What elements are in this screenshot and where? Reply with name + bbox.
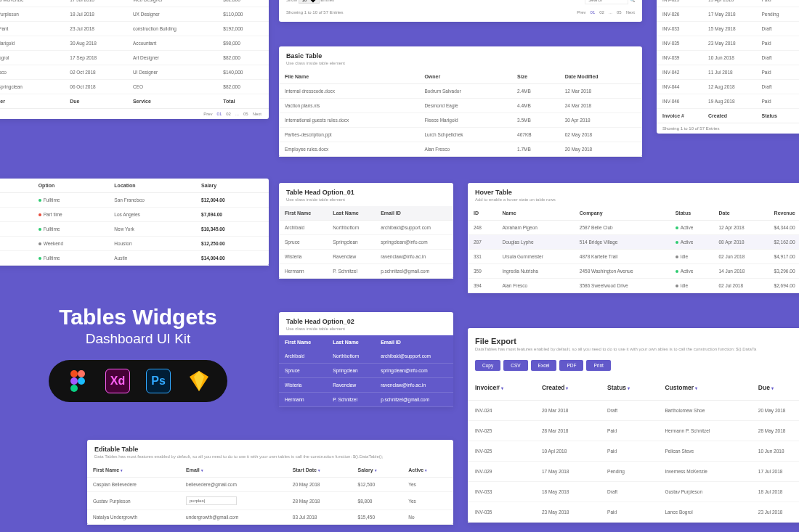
table-row[interactable]: Parties-description.pptLurch Schpellchek…: [279, 128, 642, 142]
page-link[interactable]: Next: [626, 10, 635, 15]
page-link[interactable]: 02: [226, 112, 231, 116]
page-link[interactable]: ...: [609, 10, 612, 15]
table-row[interactable]: 287Douglas Lyphe514 Bridge VillageActive…: [468, 235, 799, 250]
table-row[interactable]: INV-02519 Apr 2018Paid: [657, 0, 799, 7]
table-row[interactable]: INV-02510 Apl 2018PaidPelican Steve10 Ju…: [468, 441, 799, 462]
column-header[interactable]: Last Name: [327, 206, 375, 221]
table-row[interactable]: Internal dresscode.docxBodrum Salvador2.…: [279, 84, 642, 99]
column-header[interactable]: Size: [511, 70, 559, 84]
column-header[interactable]: First Name ▾: [87, 463, 180, 478]
column-header[interactable]: Invoice #: [657, 109, 702, 123]
column-header[interactable]: Active ▾: [402, 463, 453, 478]
table-row[interactable]: SpruceSpringcleanspringclean@info.com: [279, 235, 453, 250]
pdf-button[interactable]: PDF: [559, 360, 583, 371]
table-row[interactable]: Fleece Marigold30 Aug 2018Accountant$98,…: [0, 36, 269, 51]
column-header[interactable]: C: [795, 109, 799, 123]
page-link[interactable]: 05: [617, 10, 622, 15]
copy-button[interactable]: Copy: [475, 360, 500, 371]
table-row[interactable]: Spruce Springclean06 Oct 2018CEO$82,000: [0, 80, 269, 94]
column-header[interactable]: Service: [127, 94, 217, 109]
table-row[interactable]: ArchibaldNorthbottomarchibald@support.co…: [279, 349, 453, 364]
table-row[interactable]: INV-02528 Mar 2018PaidHermann P. Schnitz…: [468, 421, 799, 441]
table-row[interactable]: Employee rules.docxAlan Fresco1.7MB20 Ma…: [279, 142, 642, 157]
table-row[interactable]: International guests rules.docxFleece Ma…: [279, 113, 642, 128]
table-row[interactable]: Vaction plans.xlsDesmond Eagle4.4MB24 Ma…: [279, 99, 642, 113]
column-header[interactable]: Company: [0, 179, 33, 193]
table-row[interactable]: INV-03318 May 2018DraftGustav Purpleson1…: [468, 482, 799, 502]
page-link[interactable]: 01: [217, 112, 222, 116]
page-link[interactable]: Prev: [203, 112, 212, 116]
table-row[interactable]: INV-03523 May 2018PaidLance Bogrol23 Jul…: [468, 502, 799, 523]
column-header[interactable]: Date Modified: [559, 70, 642, 84]
table-row[interactable]: Lance Bogrol17 Sep 2018Art Designer$82,0…: [0, 51, 269, 65]
table-row[interactable]: Gustav Purplesonpurples|28 May 2018$8,80…: [87, 492, 453, 510]
table-row[interactable]: HermannP. Schnitzelp.schnitzel@gmail.com: [279, 264, 453, 279]
table-row[interactable]: INV-04412 Aug 2018Draft: [657, 80, 799, 94]
table-row[interactable]: RetailOpsFulltimeNew York$10,345.00: [0, 222, 269, 237]
column-header[interactable]: Revenue: [768, 206, 799, 221]
column-header[interactable]: Email ▾: [180, 463, 287, 478]
column-header[interactable]: Date: [713, 206, 768, 221]
table-row[interactable]: 394Alan Fresco3586 Sweetwood DriveIdle02…: [468, 279, 799, 293]
column-header[interactable]: Email ID: [375, 206, 453, 221]
table-row[interactable]: INV-04619 Aug 2018Paid: [657, 94, 799, 109]
page-link[interactable]: Prev: [577, 10, 585, 15]
column-header[interactable]: Due: [751, 375, 799, 401]
column-header[interactable]: File Name: [279, 70, 418, 84]
table-row[interactable]: ArchibaldNorthbottomarchibald@support.co…: [279, 221, 453, 235]
page-link[interactable]: 01: [591, 10, 596, 15]
table-row[interactable]: Caspian Bellevederebellevedere@gmail.com…: [87, 478, 453, 492]
table-row[interactable]: 331Ursula Gurnmeister4878 Kartelle Trail…: [468, 250, 799, 264]
table-row[interactable]: INV-02917 May 2018PendingInverness McKen…: [468, 462, 799, 482]
column-header[interactable]: Email ID: [375, 335, 453, 349]
table-row[interactable]: WisteriaRavenclawravenclaw@info.ac.in: [279, 378, 453, 393]
column-header[interactable]: Status: [600, 375, 657, 401]
table-row[interactable]: Eleanor Fant23 Jul 2018construction Buil…: [0, 22, 269, 36]
table-row[interactable]: ByteworksFulltimeAustin$14,004.00: [0, 251, 269, 266]
column-header[interactable]: Option: [33, 179, 109, 193]
table-row[interactable]: SpruceSpringcleanspringclean@info.com: [279, 364, 453, 378]
column-header[interactable]: Created: [535, 375, 600, 401]
table-row[interactable]: RhapsodyWeekendHouston$12,250.00: [0, 237, 269, 251]
page-link[interactable]: ...: [235, 112, 239, 116]
column-header[interactable]: Last Name: [327, 335, 375, 349]
table-row[interactable]: INV-03523 May 2018Paid: [657, 36, 799, 51]
search-icon[interactable]: 🔍: [630, 0, 635, 2]
column-header[interactable]: Status: [755, 109, 795, 123]
table-row[interactable]: HermannP. Schnitzelp.schnitzel@gmail.com: [279, 393, 453, 407]
column-header[interactable]: Company: [574, 206, 670, 221]
page-link[interactable]: 05: [243, 112, 248, 116]
pagination[interactable]: Prev0102...05Next: [577, 10, 635, 15]
column-header[interactable]: First Name: [279, 206, 327, 221]
column-header[interactable]: Salary: [195, 179, 269, 193]
excel-button[interactable]: Excel: [531, 360, 557, 371]
column-header[interactable]: Start Date ▾: [287, 463, 352, 478]
column-header[interactable]: First Name: [279, 335, 327, 349]
column-header[interactable]: ID: [468, 206, 496, 221]
table-row[interactable]: WisteriaRavenclawravenclaw@info.ac.in: [279, 250, 453, 264]
csv-button[interactable]: CSV: [503, 360, 527, 371]
page-link[interactable]: Next: [253, 112, 261, 116]
column-header[interactable]: Customer: [0, 94, 64, 109]
column-header[interactable]: Owner: [418, 70, 511, 84]
column-header[interactable]: Invoice#: [468, 375, 535, 401]
search-input[interactable]: [585, 0, 628, 4]
column-header[interactable]: Name: [496, 206, 573, 221]
email-input[interactable]: purples|: [186, 496, 237, 505]
table-row[interactable]: INV-02420 Mar 2018DraftBartholomew Shoe2…: [468, 401, 799, 421]
table-row[interactable]: INV-03315 May 2018Draft: [657, 22, 799, 36]
pagination[interactable]: Prev0102...05Next: [0, 109, 269, 119]
table-row[interactable]: Alan Fresco02 Oct 2018UI Designer$140,00…: [0, 65, 269, 80]
column-header[interactable]: Created: [702, 109, 755, 123]
print-button[interactable]: Print: [586, 360, 610, 371]
table-row[interactable]: INV-03910 Jun 2018Draft: [657, 51, 799, 65]
column-header[interactable]: Customer: [657, 375, 750, 401]
table-row[interactable]: CyberneticsFulltimeSan Francisco$12,004.…: [0, 193, 269, 208]
table-row[interactable]: Natalya Undergrowthundergrowth@gmail.com…: [87, 510, 453, 525]
page-link[interactable]: 02: [599, 10, 604, 15]
table-row[interactable]: Inverness McKenzie17 Jul 2018Web Designe…: [0, 0, 269, 7]
column-header[interactable]: Location: [108, 179, 195, 193]
table-row[interactable]: 359Ingredia Nutrisha2458 Washington Aven…: [468, 264, 799, 279]
column-header[interactable]: Total: [217, 94, 269, 109]
table-row[interactable]: INV-04211 Jul 2018Paid: [657, 65, 799, 80]
